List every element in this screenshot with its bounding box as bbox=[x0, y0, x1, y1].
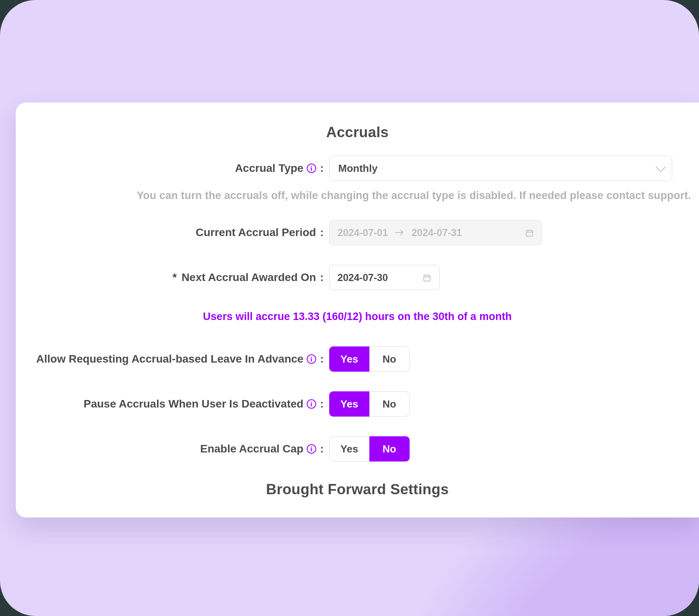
allow-advance-control: Yes No bbox=[329, 346, 695, 372]
chevron-down-icon bbox=[656, 162, 665, 172]
arrow-right-icon bbox=[395, 229, 404, 236]
colon: : bbox=[320, 226, 324, 239]
accrual-type-select[interactable]: Monthly bbox=[329, 156, 672, 181]
accrual-type-label: Accrual Type bbox=[235, 162, 304, 175]
svg-rect-1 bbox=[424, 275, 431, 281]
current-period-end: 2024-07-31 bbox=[412, 227, 462, 238]
info-icon[interactable]: i bbox=[307, 399, 316, 409]
colon: : bbox=[320, 271, 324, 284]
next-awarded-date-input[interactable]: 2024-07-30 bbox=[329, 265, 440, 290]
accrual-cap-no[interactable]: No bbox=[369, 436, 410, 462]
accrue-note: Users will accrue 13.33 (160/12) hours o… bbox=[20, 311, 695, 323]
accrual-type-value: Monthly bbox=[338, 162, 378, 175]
info-icon[interactable]: i bbox=[307, 444, 316, 454]
current-period-range: 2024-07-01 2024-07-31 bbox=[329, 220, 542, 245]
accrual-type-control: Monthly bbox=[329, 156, 695, 181]
app-frame: Accruals Accrual Type i : Monthly You ca… bbox=[0, 0, 699, 616]
pause-deactivated-toggle: Yes No bbox=[329, 391, 410, 417]
colon: : bbox=[320, 398, 324, 410]
pause-deactivated-yes[interactable]: Yes bbox=[329, 391, 369, 417]
accrual-type-label-col: Accrual Type i : bbox=[20, 162, 329, 175]
accruals-section-title: Accruals bbox=[20, 124, 695, 141]
allow-advance-toggle: Yes No bbox=[329, 346, 410, 372]
next-awarded-label: Next Accrual Awarded On bbox=[181, 271, 316, 284]
current-period-control: 2024-07-01 2024-07-31 bbox=[329, 220, 695, 245]
accrual-cap-yes[interactable]: Yes bbox=[329, 436, 369, 462]
pause-deactivated-control: Yes No bbox=[329, 391, 695, 417]
accrual-cap-label: Enable Accrual Cap bbox=[200, 443, 304, 455]
accrual-type-help: You can turn the accruals off, while cha… bbox=[20, 190, 695, 202]
allow-advance-row: Allow Requesting Accrual-based Leave In … bbox=[20, 346, 695, 372]
accrual-cap-control: Yes No bbox=[329, 436, 695, 462]
current-period-label-col: Current Accrual Period : bbox=[20, 226, 329, 239]
allow-advance-no[interactable]: No bbox=[369, 346, 410, 372]
info-icon[interactable]: i bbox=[307, 164, 316, 173]
info-icon[interactable]: i bbox=[307, 354, 316, 364]
accrual-type-row: Accrual Type i : Monthly bbox=[20, 156, 695, 181]
colon: : bbox=[320, 162, 324, 175]
svg-rect-0 bbox=[526, 231, 533, 236]
pause-deactivated-label-col: Pause Accruals When User Is Deactivated … bbox=[20, 398, 329, 410]
brought-forward-section-title: Brought Forward Settings bbox=[20, 481, 695, 498]
pause-deactivated-row: Pause Accruals When User Is Deactivated … bbox=[20, 391, 695, 417]
settings-card: Accruals Accrual Type i : Monthly You ca… bbox=[16, 102, 699, 517]
allow-advance-label-col: Allow Requesting Accrual-based Leave In … bbox=[20, 353, 329, 365]
accrual-cap-row: Enable Accrual Cap i : Yes No bbox=[20, 436, 695, 462]
current-period-start: 2024-07-01 bbox=[337, 227, 388, 238]
next-awarded-label-col: * Next Accrual Awarded On : bbox=[20, 271, 329, 284]
allow-advance-label: Allow Requesting Accrual-based Leave In … bbox=[36, 353, 304, 365]
next-awarded-row: * Next Accrual Awarded On : 2024-07-30 bbox=[20, 265, 695, 290]
next-awarded-control: 2024-07-30 bbox=[329, 265, 695, 290]
accrual-cap-label-col: Enable Accrual Cap i : bbox=[20, 443, 329, 455]
calendar-icon bbox=[423, 273, 431, 282]
colon: : bbox=[320, 353, 324, 365]
current-period-row: Current Accrual Period : 2024-07-01 2024… bbox=[20, 220, 695, 245]
required-asterisk: * bbox=[172, 271, 177, 284]
current-period-label: Current Accrual Period bbox=[196, 226, 316, 239]
calendar-icon bbox=[525, 228, 534, 237]
colon: : bbox=[320, 443, 324, 455]
pause-deactivated-no[interactable]: No bbox=[369, 391, 410, 417]
pause-deactivated-label: Pause Accruals When User Is Deactivated bbox=[84, 398, 304, 410]
allow-advance-yes[interactable]: Yes bbox=[329, 346, 369, 372]
accrual-cap-toggle: Yes No bbox=[329, 436, 410, 462]
next-awarded-value: 2024-07-30 bbox=[337, 272, 388, 283]
